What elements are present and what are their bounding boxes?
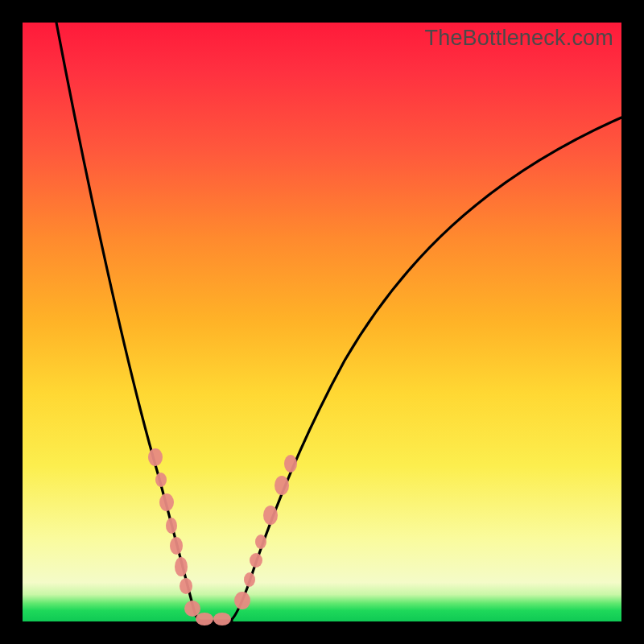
curve-left-branch (56, 23, 200, 621)
left-marker-5 (175, 557, 188, 576)
curve-markers (148, 448, 297, 625)
left-marker-0 (148, 448, 163, 466)
right-marker-1 (244, 572, 255, 587)
curve-paths (56, 23, 621, 621)
left-marker-2 (159, 493, 174, 511)
right-marker-6 (284, 455, 297, 473)
curve-overlay (23, 23, 621, 621)
left-marker-4 (170, 537, 183, 555)
right-marker-2 (250, 553, 262, 568)
plot-area: TheBottleneck.com (23, 23, 621, 621)
right-marker-0 (234, 592, 250, 609)
bottom-marker-1 (213, 613, 231, 625)
chart-frame: TheBottleneck.com (0, 0, 644, 644)
left-marker-6 (180, 578, 192, 594)
curve-right-branch (230, 118, 621, 621)
left-marker-7 (184, 601, 200, 617)
right-marker-5 (275, 476, 289, 495)
left-marker-3 (166, 518, 177, 534)
right-marker-4 (263, 506, 278, 525)
bottom-marker-0 (196, 613, 213, 625)
right-marker-3 (255, 535, 266, 549)
left-marker-1 (155, 473, 167, 487)
